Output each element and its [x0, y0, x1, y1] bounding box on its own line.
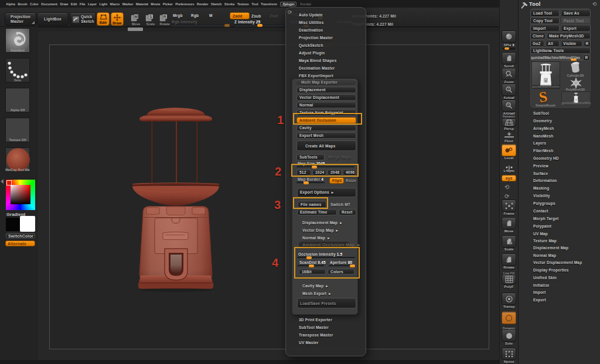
svg-text:S: S [149, 15, 152, 19]
svg-text:R: R [163, 15, 166, 19]
svg-text:½: ½ [507, 103, 510, 107]
svg-text:M: M [134, 15, 138, 19]
svg-text:1: 1 [507, 87, 509, 91]
